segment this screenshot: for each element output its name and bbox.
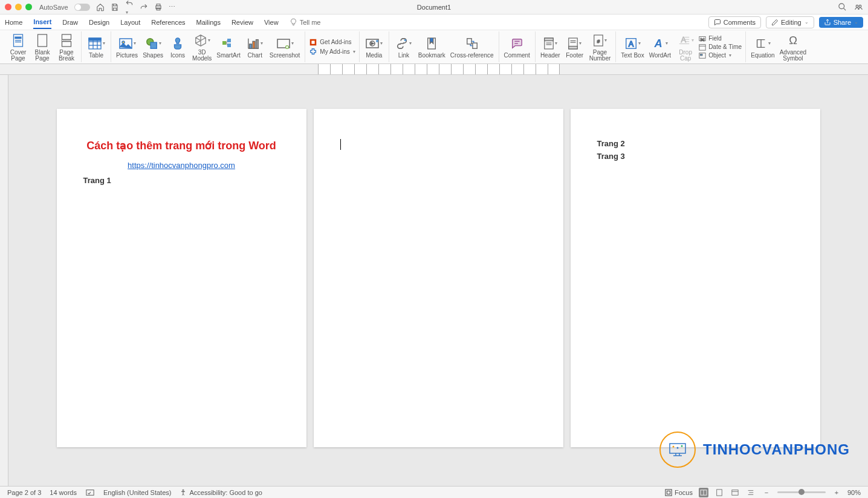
smartart-button[interactable]: SmartArt bbox=[215, 34, 241, 60]
svg-rect-10 bbox=[38, 34, 47, 47]
page-number-button[interactable]: #▾Page Number bbox=[588, 31, 612, 63]
svg-rect-49 bbox=[569, 46, 577, 49]
svg-text:Ω: Ω bbox=[789, 34, 797, 47]
get-addins-button[interactable]: Get Add-ins bbox=[309, 38, 355, 47]
svg-point-75 bbox=[681, 445, 683, 447]
zoom-level[interactable]: 90% bbox=[847, 489, 861, 496]
maximize-window[interactable] bbox=[25, 4, 32, 10]
read-mode-icon[interactable] bbox=[699, 488, 708, 497]
ribbon: Cover Page Blank Page Page Break ▾Table … bbox=[0, 30, 868, 64]
more-icon[interactable]: ⋯ bbox=[169, 3, 175, 11]
blank-page-button[interactable]: Blank Page bbox=[31, 31, 53, 63]
comment-button[interactable]: Comment bbox=[503, 34, 531, 60]
svg-point-74 bbox=[677, 447, 679, 449]
drop-cap-button[interactable]: A▾Drop Cap bbox=[675, 31, 696, 63]
watermark-logo bbox=[659, 432, 696, 468]
object-button[interactable]: Object▾ bbox=[699, 52, 742, 59]
minimize-window[interactable] bbox=[15, 4, 22, 10]
date-time-button[interactable]: Date & Time bbox=[699, 44, 742, 51]
icons-button[interactable]: Icons bbox=[167, 34, 189, 60]
tab-view[interactable]: View bbox=[264, 16, 279, 28]
tell-me[interactable]: Tell me bbox=[290, 18, 321, 26]
table-button[interactable]: ▾Table bbox=[85, 34, 107, 60]
print-icon[interactable] bbox=[154, 3, 163, 11]
svg-rect-45 bbox=[545, 38, 553, 41]
header-button[interactable]: ▾Header bbox=[539, 34, 562, 60]
tab-review[interactable]: Review bbox=[232, 16, 253, 28]
status-bar: Page 2 of 3 14 words English (United Sta… bbox=[0, 486, 868, 498]
account-icon[interactable] bbox=[854, 2, 863, 11]
page-1[interactable]: Cách tạo thêm trang mới trong Word https… bbox=[57, 109, 306, 447]
link-button[interactable]: ▾Link bbox=[393, 34, 415, 60]
svg-rect-79 bbox=[667, 491, 670, 494]
status-page[interactable]: Page 2 of 3 bbox=[7, 489, 41, 496]
outline-icon[interactable] bbox=[746, 488, 756, 497]
tab-draw[interactable]: Draw bbox=[62, 16, 78, 28]
cross-reference-button[interactable]: Cross-reference bbox=[449, 34, 495, 60]
accessibility-icon bbox=[180, 489, 187, 496]
undo-icon[interactable]: ▾ bbox=[125, 0, 134, 15]
pencil-icon bbox=[771, 19, 779, 26]
home-icon[interactable] bbox=[96, 3, 105, 11]
tab-mailings[interactable]: Mailings bbox=[196, 16, 221, 28]
titlebar-right bbox=[838, 2, 863, 11]
screenshot-button[interactable]: ▾Screenshot bbox=[268, 34, 302, 60]
print-layout-icon[interactable] bbox=[714, 488, 724, 497]
zoom-slider[interactable] bbox=[777, 491, 826, 493]
page-3[interactable]: Trang 2 Trang 3 bbox=[571, 109, 820, 447]
svg-rect-30 bbox=[253, 41, 255, 48]
tab-design[interactable]: Design bbox=[89, 16, 109, 28]
my-addins-button[interactable]: My Add-ins▾ bbox=[309, 48, 355, 56]
zoom-in-button[interactable]: + bbox=[832, 488, 841, 497]
status-language[interactable]: English (United States) bbox=[103, 489, 172, 496]
horizontal-ruler[interactable] bbox=[0, 64, 868, 75]
status-accessibility[interactable]: Accessibility: Good to go bbox=[180, 489, 262, 496]
search-icon[interactable] bbox=[838, 2, 847, 11]
spellcheck-icon[interactable] bbox=[85, 488, 95, 497]
share-button[interactable]: Share⌄ bbox=[819, 17, 863, 28]
status-words[interactable]: 14 words bbox=[50, 489, 77, 496]
tab-references[interactable]: References bbox=[151, 16, 185, 28]
comment-icon bbox=[714, 19, 721, 26]
field-button[interactable]: [a]Field bbox=[699, 35, 742, 42]
svg-rect-26 bbox=[227, 44, 231, 47]
svg-point-4 bbox=[856, 5, 858, 7]
editing-button[interactable]: Editing⌄ bbox=[766, 16, 814, 28]
tab-layout[interactable]: Layout bbox=[120, 16, 140, 28]
svg-rect-25 bbox=[227, 39, 231, 42]
save-icon[interactable] bbox=[111, 3, 119, 11]
media-button[interactable]: ▾Media bbox=[363, 34, 385, 60]
shapes-button[interactable]: ▾Shapes bbox=[141, 34, 164, 60]
page-break-button[interactable]: Page Break bbox=[56, 31, 77, 63]
svg-text:A: A bbox=[629, 39, 634, 48]
svg-point-5 bbox=[859, 5, 861, 7]
pictures-button[interactable]: ▾Pictures bbox=[115, 34, 139, 60]
svg-text:[a]: [a] bbox=[701, 37, 705, 40]
advanced-symbol-button[interactable]: ΩAdvanced Symbol bbox=[779, 31, 808, 63]
tab-insert[interactable]: Insert bbox=[33, 16, 51, 29]
cover-page-button[interactable]: Cover Page bbox=[7, 31, 29, 63]
3d-models-button[interactable]: ▾3D Models bbox=[191, 31, 213, 63]
autosave-label: AutoSave bbox=[39, 4, 68, 11]
wordart-button[interactable]: A▾WordArt bbox=[648, 34, 673, 60]
close-window[interactable] bbox=[5, 4, 11, 10]
comments-button[interactable]: Comments bbox=[708, 16, 761, 28]
page1-link[interactable]: https://tinhocvanphongpro.com bbox=[83, 161, 280, 170]
web-layout-icon[interactable] bbox=[730, 488, 740, 497]
bookmark-button[interactable]: Bookmark bbox=[417, 34, 447, 60]
svg-rect-82 bbox=[717, 489, 722, 495]
text-box-button[interactable]: A▾Text Box bbox=[620, 34, 645, 60]
equation-button[interactable]: ▾Equation bbox=[750, 34, 776, 60]
page-2[interactable] bbox=[314, 109, 563, 447]
tab-home[interactable]: Home bbox=[5, 16, 22, 28]
vertical-ruler[interactable] bbox=[0, 75, 8, 486]
chart-button[interactable]: ▾Chart bbox=[244, 34, 266, 60]
svg-rect-19 bbox=[89, 38, 101, 40]
svg-rect-2 bbox=[157, 8, 160, 10]
redo-icon[interactable] bbox=[140, 3, 148, 11]
zoom-out-button[interactable]: − bbox=[762, 488, 771, 497]
autosave-toggle[interactable] bbox=[74, 4, 90, 11]
footer-button[interactable]: ▾Footer bbox=[564, 34, 586, 60]
focus-button[interactable]: Focus bbox=[665, 489, 693, 496]
svg-rect-67 bbox=[701, 54, 702, 56]
